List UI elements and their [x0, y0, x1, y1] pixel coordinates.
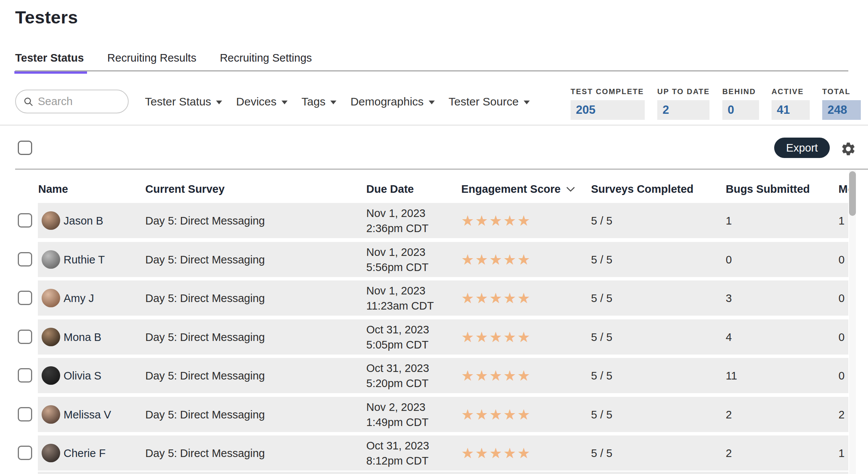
engagement-stars: ★★★★★: [461, 329, 531, 345]
due-date: Oct 31, 2023 5:20pm CDT: [366, 361, 429, 391]
table-row[interactable]: Ruthie T Day 5: Direct Messaging Nov 1, …: [0, 242, 868, 277]
gear-icon[interactable]: [840, 141, 856, 157]
export-button[interactable]: Export: [774, 138, 830, 158]
bugs-submitted: 11: [726, 369, 737, 382]
filter-demographics[interactable]: Demographics: [350, 95, 434, 108]
surveys-completed: 5 / 5: [591, 292, 612, 304]
table-header: Name Current Survey Due Date Engagement …: [38, 178, 848, 200]
table-row[interactable]: Olivia S Day 5: Direct Messaging Oct 31,…: [0, 358, 868, 393]
stat-behind: BEHIND 0: [722, 87, 759, 120]
messages-count: 0: [838, 331, 845, 343]
surveys-completed: 5 / 5: [591, 447, 612, 459]
engagement-stars: ★★★★★: [461, 251, 531, 268]
caret-down-icon: [524, 101, 530, 104]
row-checkbox[interactable]: [18, 368, 32, 383]
select-all-checkbox[interactable]: [18, 141, 32, 155]
table-top-border: [15, 169, 868, 170]
current-survey: Day 5: Direct Messaging: [145, 253, 265, 266]
avatar: [42, 444, 60, 462]
due-date: Nov 1, 2023 11:23am CDT: [366, 283, 434, 313]
surveys-completed: 5 / 5: [591, 253, 612, 266]
tab-recruiting-results[interactable]: Recruiting Results: [107, 52, 196, 73]
row-checkbox[interactable]: [18, 446, 32, 460]
filter-tester-source[interactable]: Tester Source: [449, 95, 530, 108]
search-box[interactable]: [15, 90, 129, 113]
messages-count: 0: [838, 253, 845, 266]
stat-value: 205: [571, 100, 645, 120]
stat-value: 2: [657, 100, 709, 120]
surveys-completed: 5 / 5: [591, 214, 612, 227]
caret-down-icon: [330, 101, 336, 104]
tab-tester-status[interactable]: Tester Status: [15, 52, 84, 73]
row-checkbox[interactable]: [18, 291, 32, 305]
column-header-due[interactable]: Due Date: [366, 183, 414, 195]
column-header-surveys[interactable]: Surveys Completed: [591, 183, 694, 195]
stat-value: 248: [822, 100, 861, 120]
tester-name[interactable]: Cherie F: [64, 447, 106, 459]
avatar: [42, 328, 60, 346]
tester-name[interactable]: Melissa V: [64, 408, 111, 421]
stat-test-complete: TEST COMPLETE 205: [571, 87, 645, 120]
filter-tester-status[interactable]: Tester Status: [145, 95, 222, 108]
column-header-messages[interactable]: Messages: [838, 183, 848, 195]
filter-tags[interactable]: Tags: [302, 95, 336, 108]
scrollbar-thumb[interactable]: [849, 171, 856, 216]
due-date-line1: Nov 1, 2023: [366, 206, 428, 221]
table-row[interactable]: Jason B Day 5: Direct Messaging Nov 1, 2…: [0, 203, 868, 238]
tester-name[interactable]: Olivia S: [64, 369, 101, 382]
column-header-survey[interactable]: Current Survey: [145, 183, 225, 195]
tester-name[interactable]: Jason B: [64, 214, 103, 227]
messages-count: 0: [838, 369, 845, 382]
table-row[interactable]: Cherie F Day 5: Direct Messaging Oct 31,…: [0, 435, 868, 471]
caret-down-icon: [282, 101, 288, 104]
row-checkbox[interactable]: [18, 407, 32, 421]
column-header-bugs[interactable]: Bugs Submitted: [726, 183, 810, 195]
tester-name[interactable]: Ruthie T: [64, 253, 105, 266]
surveys-completed: 5 / 5: [591, 331, 612, 343]
due-date-line1: Nov 1, 2023: [366, 283, 434, 298]
due-date-line2: 1:49pm CDT: [366, 415, 428, 430]
row-checkbox[interactable]: [18, 252, 32, 266]
search-input[interactable]: [38, 95, 117, 108]
tabbar-divider: [15, 70, 848, 71]
avatar: [42, 250, 60, 269]
table-row[interactable]: Melissa V Day 5: Direct Messaging Nov 2,…: [0, 397, 868, 432]
tester-name[interactable]: Mona B: [64, 331, 101, 343]
tester-name[interactable]: Amy J: [64, 292, 94, 304]
due-date: Nov 1, 2023 2:36pm CDT: [366, 206, 428, 236]
current-survey: Day 5: Direct Messaging: [145, 292, 265, 304]
tab-recruiting-settings[interactable]: Recruiting Settings: [220, 52, 312, 73]
stat-value: 41: [772, 100, 810, 120]
due-date-line2: 5:56pm CDT: [366, 260, 428, 275]
table-row[interactable]: Mona B Day 5: Direct Messaging Oct 31, 2…: [0, 319, 868, 355]
table-row[interactable]: Amy J Day 5: Direct Messaging Nov 1, 202…: [0, 280, 868, 316]
current-survey: Day 5: Direct Messaging: [145, 447, 265, 459]
caret-down-icon: [216, 101, 222, 104]
engagement-stars: ★★★★★: [461, 406, 531, 423]
bugs-submitted: 0: [726, 253, 732, 266]
stat-active: ACTIVE 41: [772, 87, 810, 120]
stat-value: 0: [722, 100, 759, 120]
surveys-completed: 5 / 5: [591, 369, 612, 382]
due-date-line1: Nov 1, 2023: [366, 245, 428, 260]
due-date: Oct 31, 2023 5:05pm CDT: [366, 322, 429, 352]
bugs-submitted: 2: [726, 408, 732, 421]
current-survey: Day 5: Direct Messaging: [145, 214, 265, 227]
filter-divider: [0, 125, 868, 125]
messages-count: 0: [838, 292, 845, 304]
column-header-name[interactable]: Name: [38, 183, 68, 195]
messages-count: 1: [838, 214, 845, 227]
stat-up-to-date: UP TO DATE 2: [657, 87, 710, 120]
filter-devices[interactable]: Devices: [236, 95, 288, 108]
row-checkbox[interactable]: [18, 213, 32, 228]
status-summary: TEST COMPLETE 205 UP TO DATE 2 BEHIND 0 …: [571, 87, 861, 120]
bugs-submitted: 1: [726, 214, 732, 227]
due-date-line1: Oct 31, 2023: [366, 438, 429, 453]
due-date-line2: 5:20pm CDT: [366, 376, 429, 391]
filter-dropdowns: Tester Status Devices Tags Demographics …: [145, 90, 530, 113]
column-header-engagement[interactable]: Engagement Score: [461, 183, 575, 195]
row-checkbox[interactable]: [18, 330, 32, 344]
messages-count: 1: [838, 447, 845, 459]
due-date: Oct 31, 2023 8:12pm CDT: [366, 438, 429, 468]
search-icon: [23, 97, 33, 107]
